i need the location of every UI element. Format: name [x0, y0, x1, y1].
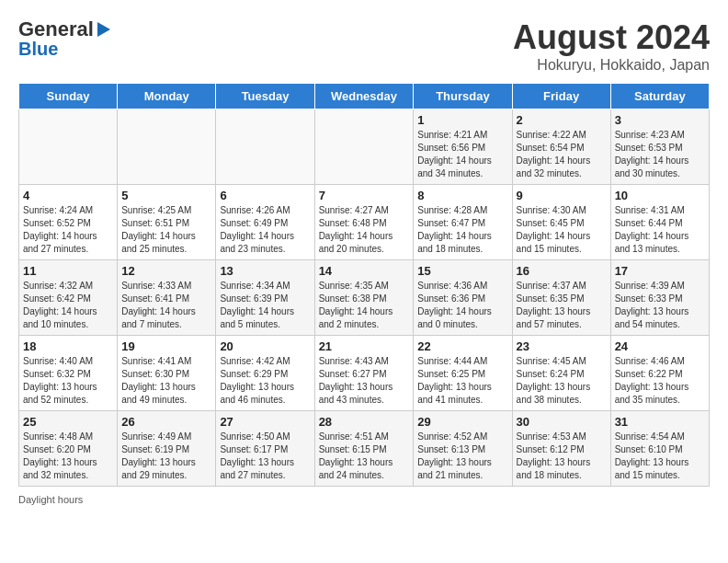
day-info: Sunrise: 4:27 AM Sunset: 6:48 PM Dayligh…	[319, 204, 410, 256]
day-number: 3	[615, 113, 705, 127]
calendar-cell: 24Sunrise: 4:46 AM Sunset: 6:22 PM Dayli…	[610, 336, 709, 411]
page-title: August 2024	[513, 18, 710, 57]
calendar-cell	[314, 109, 414, 185]
day-info: Sunrise: 4:45 AM Sunset: 6:24 PM Dayligh…	[517, 355, 607, 407]
day-number: 1	[417, 113, 507, 127]
day-info: Sunrise: 4:22 AM Sunset: 6:54 PM Dayligh…	[517, 129, 607, 180]
footer-note: Daylight hours	[18, 494, 710, 505]
calendar-week-row: 1Sunrise: 4:21 AM Sunset: 6:56 PM Daylig…	[19, 109, 710, 185]
calendar-header-thursday: Thursday	[414, 84, 512, 109]
day-info: Sunrise: 4:21 AM Sunset: 6:56 PM Dayligh…	[417, 129, 507, 180]
day-info: Sunrise: 4:39 AM Sunset: 6:33 PM Dayligh…	[615, 280, 705, 331]
day-info: Sunrise: 4:35 AM Sunset: 6:38 PM Dayligh…	[319, 280, 410, 331]
day-info: Sunrise: 4:24 AM Sunset: 6:52 PM Dayligh…	[23, 204, 113, 256]
calendar-cell: 6Sunrise: 4:26 AM Sunset: 6:49 PM Daylig…	[216, 185, 314, 260]
day-number: 16	[517, 264, 607, 278]
calendar-cell: 27Sunrise: 4:50 AM Sunset: 6:17 PM Dayli…	[216, 411, 314, 487]
calendar-cell: 16Sunrise: 4:37 AM Sunset: 6:35 PM Dayli…	[512, 260, 610, 336]
day-info: Sunrise: 4:34 AM Sunset: 6:39 PM Dayligh…	[220, 280, 310, 331]
calendar-header-wednesday: Wednesday	[314, 84, 414, 109]
calendar-header-sunday: Sunday	[19, 84, 118, 109]
day-info: Sunrise: 4:28 AM Sunset: 6:47 PM Dayligh…	[417, 204, 507, 256]
calendar-week-row: 18Sunrise: 4:40 AM Sunset: 6:32 PM Dayli…	[19, 336, 710, 411]
day-number: 4	[23, 189, 113, 202]
day-number: 30	[517, 415, 607, 429]
day-info: Sunrise: 4:42 AM Sunset: 6:29 PM Dayligh…	[220, 355, 310, 407]
calendar-cell: 31Sunrise: 4:54 AM Sunset: 6:10 PM Dayli…	[610, 411, 709, 487]
logo: General Blue	[18, 18, 110, 59]
day-info: Sunrise: 4:53 AM Sunset: 6:12 PM Dayligh…	[517, 431, 607, 482]
day-info: Sunrise: 4:37 AM Sunset: 6:35 PM Dayligh…	[517, 280, 607, 331]
day-number: 17	[615, 264, 705, 278]
day-info: Sunrise: 4:32 AM Sunset: 6:42 PM Dayligh…	[23, 280, 113, 331]
day-number: 25	[23, 415, 113, 429]
day-number: 15	[417, 264, 507, 278]
day-info: Sunrise: 4:44 AM Sunset: 6:25 PM Dayligh…	[417, 355, 507, 407]
calendar-header-row: SundayMondayTuesdayWednesdayThursdayFrid…	[19, 84, 710, 109]
calendar-cell: 17Sunrise: 4:39 AM Sunset: 6:33 PM Dayli…	[610, 260, 709, 336]
day-number: 7	[319, 189, 410, 202]
day-number: 31	[615, 415, 705, 429]
calendar-cell: 22Sunrise: 4:44 AM Sunset: 6:25 PM Dayli…	[414, 336, 512, 411]
title-area: August 2024 Hokuryu, Hokkaido, Japan	[513, 18, 710, 74]
calendar-week-row: 25Sunrise: 4:48 AM Sunset: 6:20 PM Dayli…	[19, 411, 710, 487]
day-info: Sunrise: 4:50 AM Sunset: 6:17 PM Dayligh…	[220, 431, 310, 482]
calendar-week-row: 11Sunrise: 4:32 AM Sunset: 6:42 PM Dayli…	[19, 260, 710, 336]
day-number: 9	[517, 189, 607, 202]
calendar-header-friday: Friday	[512, 84, 610, 109]
calendar-header-tuesday: Tuesday	[216, 84, 314, 109]
calendar-cell: 30Sunrise: 4:53 AM Sunset: 6:12 PM Dayli…	[512, 411, 610, 487]
day-info: Sunrise: 4:46 AM Sunset: 6:22 PM Dayligh…	[615, 355, 705, 407]
calendar-cell: 13Sunrise: 4:34 AM Sunset: 6:39 PM Dayli…	[216, 260, 314, 336]
day-info: Sunrise: 4:52 AM Sunset: 6:13 PM Dayligh…	[417, 431, 507, 482]
day-number: 18	[23, 339, 113, 353]
day-info: Sunrise: 4:26 AM Sunset: 6:49 PM Dayligh…	[220, 204, 310, 256]
calendar-cell: 7Sunrise: 4:27 AM Sunset: 6:48 PM Daylig…	[314, 185, 414, 260]
day-number: 6	[220, 189, 310, 202]
logo-arrow-icon	[97, 22, 110, 37]
calendar-cell: 26Sunrise: 4:49 AM Sunset: 6:19 PM Dayli…	[118, 411, 216, 487]
day-number: 19	[121, 339, 211, 353]
calendar-cell: 10Sunrise: 4:31 AM Sunset: 6:44 PM Dayli…	[610, 185, 709, 260]
day-info: Sunrise: 4:41 AM Sunset: 6:30 PM Dayligh…	[121, 355, 211, 407]
calendar-cell: 23Sunrise: 4:45 AM Sunset: 6:24 PM Dayli…	[512, 336, 610, 411]
day-number: 22	[417, 339, 507, 353]
day-info: Sunrise: 4:33 AM Sunset: 6:41 PM Dayligh…	[121, 280, 211, 331]
day-number: 24	[615, 339, 705, 353]
day-number: 26	[121, 415, 211, 429]
day-info: Sunrise: 4:40 AM Sunset: 6:32 PM Dayligh…	[23, 355, 113, 407]
calendar-cell: 12Sunrise: 4:33 AM Sunset: 6:41 PM Dayli…	[118, 260, 216, 336]
day-number: 8	[417, 189, 507, 202]
day-number: 20	[220, 339, 310, 353]
calendar-cell: 2Sunrise: 4:22 AM Sunset: 6:54 PM Daylig…	[512, 109, 610, 185]
calendar-cell: 18Sunrise: 4:40 AM Sunset: 6:32 PM Dayli…	[19, 336, 118, 411]
calendar-cell: 15Sunrise: 4:36 AM Sunset: 6:36 PM Dayli…	[414, 260, 512, 336]
day-number: 12	[121, 264, 211, 278]
calendar-cell	[118, 109, 216, 185]
calendar-cell	[19, 109, 118, 185]
calendar-cell: 4Sunrise: 4:24 AM Sunset: 6:52 PM Daylig…	[19, 185, 118, 260]
day-info: Sunrise: 4:54 AM Sunset: 6:10 PM Dayligh…	[615, 431, 705, 482]
calendar-cell: 11Sunrise: 4:32 AM Sunset: 6:42 PM Dayli…	[19, 260, 118, 336]
logo-text-general: General	[18, 18, 94, 40]
day-number: 14	[319, 264, 410, 278]
logo-text-blue: Blue	[18, 39, 58, 59]
calendar-cell: 28Sunrise: 4:51 AM Sunset: 6:15 PM Dayli…	[314, 411, 414, 487]
day-number: 5	[121, 189, 211, 202]
day-info: Sunrise: 4:30 AM Sunset: 6:45 PM Dayligh…	[517, 204, 607, 256]
day-number: 10	[615, 189, 705, 202]
calendar-cell: 19Sunrise: 4:41 AM Sunset: 6:30 PM Dayli…	[118, 336, 216, 411]
day-info: Sunrise: 4:48 AM Sunset: 6:20 PM Dayligh…	[23, 431, 113, 482]
day-info: Sunrise: 4:23 AM Sunset: 6:53 PM Dayligh…	[615, 129, 705, 180]
calendar-cell: 14Sunrise: 4:35 AM Sunset: 6:38 PM Dayli…	[314, 260, 414, 336]
calendar-cell: 20Sunrise: 4:42 AM Sunset: 6:29 PM Dayli…	[216, 336, 314, 411]
calendar-body: 1Sunrise: 4:21 AM Sunset: 6:56 PM Daylig…	[19, 109, 710, 487]
day-number: 23	[517, 339, 607, 353]
day-number: 21	[319, 339, 410, 353]
calendar-cell: 21Sunrise: 4:43 AM Sunset: 6:27 PM Dayli…	[314, 336, 414, 411]
calendar-header-monday: Monday	[118, 84, 216, 109]
calendar-cell	[216, 109, 314, 185]
calendar-cell: 3Sunrise: 4:23 AM Sunset: 6:53 PM Daylig…	[610, 109, 709, 185]
calendar-cell: 9Sunrise: 4:30 AM Sunset: 6:45 PM Daylig…	[512, 185, 610, 260]
day-info: Sunrise: 4:51 AM Sunset: 6:15 PM Dayligh…	[319, 431, 410, 482]
